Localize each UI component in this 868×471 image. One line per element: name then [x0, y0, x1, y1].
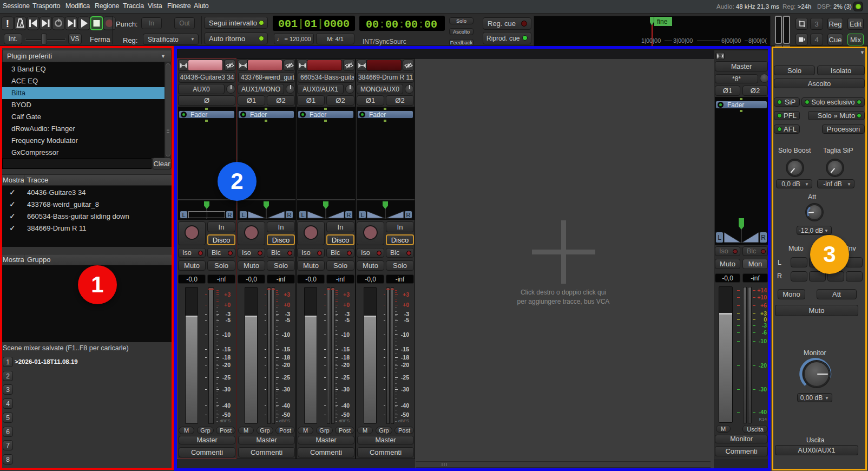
svg-text:fine: fine	[657, 18, 668, 25]
svg-text:!: !	[6, 18, 9, 29]
